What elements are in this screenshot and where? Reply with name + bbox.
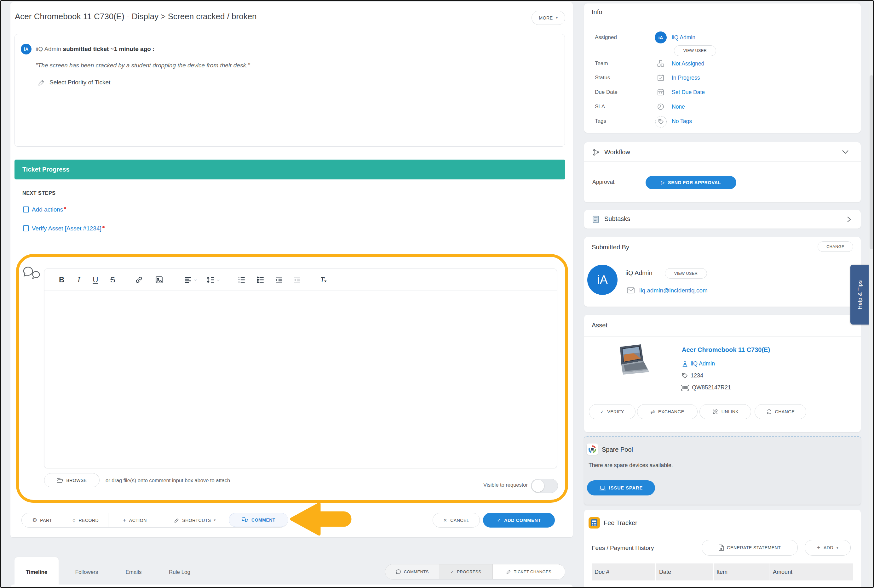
align-icon[interactable]: [184, 276, 192, 284]
bold-icon[interactable]: B: [59, 275, 64, 284]
asset-photo: [613, 340, 653, 380]
asset-name-link[interactable]: Acer Chromebook 11 C730(E): [682, 346, 770, 354]
action-button[interactable]: + ACTION: [108, 513, 161, 527]
fee-col-amount: Amount: [769, 564, 853, 580]
comment-input[interactable]: [44, 291, 557, 468]
view-user-button[interactable]: VIEW USER: [665, 268, 707, 279]
record-button[interactable]: ○ RECORD: [63, 513, 108, 527]
info-title: Info: [592, 9, 602, 16]
strikethrough-icon[interactable]: S: [110, 275, 115, 284]
asset-owner-link[interactable]: iiQ Admin: [690, 360, 715, 367]
change-asset-button[interactable]: CHANGE: [755, 404, 806, 419]
add-comment-button[interactable]: ✓ ADD COMMENT: [483, 513, 555, 528]
outdent-icon[interactable]: [293, 276, 301, 284]
tab-emails[interactable]: Emails: [125, 569, 141, 575]
chevron-down-icon[interactable]: [842, 150, 849, 154]
ordered-list-icon[interactable]: [238, 276, 246, 284]
pencil-icon: [506, 569, 511, 574]
link-icon[interactable]: [135, 276, 143, 284]
statement-icon: [719, 544, 724, 551]
add-fee-button[interactable]: + ADD ▾: [805, 540, 851, 556]
timeline-view-group: COMMENTS ✓ PROGRESS TICKET CHANGES: [385, 564, 565, 579]
exchange-asset-button[interactable]: ⇄ EXCHANGE: [637, 404, 698, 419]
page-scrollbar-thumb[interactable]: [869, 75, 873, 249]
clear-format-icon[interactable]: Tx: [320, 276, 326, 284]
unlink-asset-button[interactable]: UNLINK: [700, 404, 751, 419]
view-comments-button[interactable]: COMMENTS: [385, 564, 439, 579]
view-progress-button[interactable]: ✓ PROGRESS: [439, 564, 492, 579]
submitter-name: iiQ Admin: [626, 270, 653, 277]
change-button[interactable]: CHANGE: [818, 242, 853, 252]
tab-followers[interactable]: Followers: [75, 569, 98, 575]
step-link[interactable]: Add actions: [32, 206, 66, 213]
underline-icon[interactable]: U: [93, 275, 98, 284]
subtasks-card[interactable]: Subtasks: [584, 210, 861, 228]
add-fee-label: ADD: [824, 545, 833, 550]
more-button[interactable]: MORE ▾: [531, 11, 565, 25]
more-button-label: MORE: [539, 15, 553, 21]
main-ticket-card: Acer Chromebook 11 C730(E) - Display > S…: [11, 2, 573, 537]
indent-icon[interactable]: [275, 276, 283, 284]
editor-toolbar: B I U S: [44, 269, 557, 291]
due-date-value-link[interactable]: Set Due Date: [672, 89, 705, 96]
fee-col-doc: Doc #: [592, 564, 655, 580]
shortcuts-button[interactable]: SHORTCUTS ▾: [161, 513, 229, 527]
priority-prompt-row[interactable]: Select Priority of Ticket: [38, 79, 110, 86]
verify-asset-button[interactable]: ✓ VERIFY: [589, 404, 635, 419]
align-caret-icon[interactable]: ⌵: [194, 278, 197, 282]
step-checkbox[interactable]: [23, 207, 29, 213]
plus-icon: +: [817, 544, 820, 551]
fee-tracker-icon: [588, 517, 600, 528]
line-height-icon[interactable]: [206, 276, 215, 284]
browse-label: BROWSE: [66, 478, 87, 483]
help-tips-ribbon[interactable]: Help & Tips: [850, 265, 869, 324]
submitter-email-link[interactable]: iiq.admin@incidentiq.com: [639, 287, 708, 294]
bullet-list-icon[interactable]: [256, 276, 265, 284]
image-icon[interactable]: [155, 276, 163, 284]
event-action: submitted ticket ~1 minute ago :: [63, 46, 155, 52]
view-user-button[interactable]: VIEW USER: [674, 45, 716, 56]
step-checkbox[interactable]: [23, 225, 29, 231]
pencil-icon: [174, 518, 179, 523]
help-tips-label: Help & Tips: [857, 280, 863, 309]
issue-spare-button[interactable]: ISSUE SPARE: [587, 480, 655, 495]
play-icon: ▷: [661, 180, 665, 185]
step-label: Add actions: [32, 206, 63, 213]
assigned-user-link[interactable]: iiQ Admin: [672, 34, 695, 41]
sla-value-link[interactable]: None: [672, 104, 685, 110]
part-button[interactable]: ⚙ PART: [22, 513, 63, 527]
italic-icon[interactable]: I: [78, 275, 80, 284]
sla-label: SLA: [595, 104, 605, 110]
status-value-link[interactable]: In Progress: [672, 75, 700, 81]
tags-value-link[interactable]: No Tags: [672, 118, 692, 124]
view-ticket-changes-button[interactable]: TICKET CHANGES: [492, 564, 565, 579]
team-value-link[interactable]: Not Assigned: [672, 60, 704, 67]
send-for-approval-button[interactable]: ▷ SEND FOR APPROVAL: [645, 176, 736, 189]
exchange-label: EXCHANGE: [658, 409, 684, 414]
status-label: Status: [595, 75, 610, 81]
action-button-group: ⚙ PART ○ RECORD + ACTION SHORTCUTS ▾: [21, 513, 288, 528]
fee-col-date: Date: [656, 564, 713, 580]
asset-card: Asset Acer Chromebook 11 C730(E) iiQ Adm…: [584, 315, 861, 432]
part-label: PART: [40, 518, 52, 523]
workflow-icon: [592, 148, 600, 156]
tab-rule-log[interactable]: Rule Log: [169, 569, 190, 575]
comment-label: COMMENT: [251, 518, 275, 522]
refresh-icon: [766, 409, 772, 414]
asset-tag-value: 1234: [690, 372, 703, 379]
tab-timeline[interactable]: Timeline: [15, 557, 59, 588]
cancel-button[interactable]: ✕ CANCEL: [433, 513, 480, 528]
ticket-progress-title: Ticket Progress: [23, 166, 70, 173]
generate-statement-button[interactable]: GENERATE STATEMENT: [702, 540, 798, 556]
approval-label: Approval:: [592, 179, 616, 185]
record-circle-icon: ○: [72, 517, 76, 524]
step-link[interactable]: Verify Asset [Asset #1234]: [32, 225, 105, 232]
line-height-caret-icon[interactable]: ⌵: [217, 278, 219, 282]
asset-serial-value: QW852147R21: [692, 384, 731, 391]
caret-down-icon: ▾: [836, 546, 838, 550]
barcode-icon: [681, 385, 689, 391]
visible-to-requestor-toggle[interactable]: [531, 479, 558, 493]
team-icon: [657, 60, 665, 68]
browse-button[interactable]: BROWSE: [44, 473, 99, 487]
comment-button[interactable]: COMMENT: [229, 513, 288, 527]
